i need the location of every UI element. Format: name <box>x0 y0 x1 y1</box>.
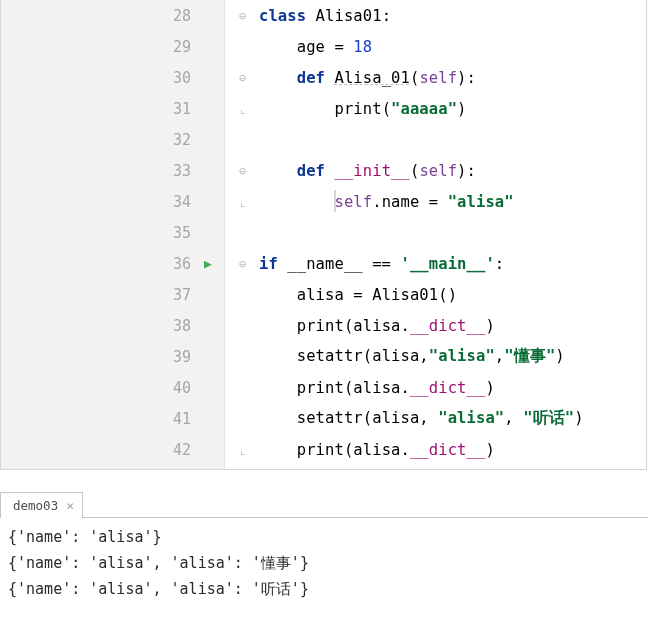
line-number: 28 <box>1 7 197 25</box>
code-text: alisa = Alisa01() <box>259 286 457 304</box>
code-text: if __name__ == '__main__': <box>259 255 504 273</box>
code-text: setattr(alisa,"alisa","懂事") <box>259 346 565 367</box>
console-output[interactable]: {'name': 'alisa'}{'name': 'alisa', 'alis… <box>0 518 648 602</box>
close-icon[interactable]: × <box>66 498 74 513</box>
code-text: print("aaaaa") <box>259 100 467 118</box>
line-number: 41 <box>1 410 197 428</box>
line-number: 42 <box>1 441 197 459</box>
code-line[interactable]: 35 <box>1 217 646 248</box>
code-line[interactable]: 42 print(alisa.__dict__) <box>1 434 646 465</box>
code-line[interactable]: 41 setattr(alisa, "alisa", "听话") <box>1 403 646 434</box>
code-line[interactable]: 29 age = 18 <box>1 31 646 62</box>
line-number: 31 <box>1 100 197 118</box>
code-line[interactable]: 39 setattr(alisa,"alisa","懂事") <box>1 341 646 372</box>
line-number: 35 <box>1 224 197 242</box>
code-editor[interactable]: ⊖⊖⌞⊖⌞⊖⌞ 28class Alisa01:29 age = 1830 de… <box>0 0 647 470</box>
line-number: 40 <box>1 379 197 397</box>
console-line: {'name': 'alisa', 'alisa': '懂事'} <box>8 550 640 576</box>
console-line: {'name': 'alisa'} <box>8 524 640 550</box>
line-number: 38 <box>1 317 197 335</box>
code-line[interactable]: 34 self.name = "alisa" <box>1 186 646 217</box>
code-text: setattr(alisa, "alisa", "听话") <box>259 408 584 429</box>
line-number: 30 <box>1 69 197 87</box>
code-line[interactable]: 40 print(alisa.__dict__) <box>1 372 646 403</box>
output-tab-label: demo03 <box>13 498 58 513</box>
code-line[interactable]: 36▶if __name__ == '__main__': <box>1 248 646 279</box>
code-text: age = 18 <box>259 38 372 56</box>
output-tab-bar: demo03 × <box>0 492 648 518</box>
run-icon[interactable]: ▶ <box>204 257 212 270</box>
line-number: 36 <box>1 255 197 273</box>
console-line: {'name': 'alisa', 'alisa': '听话'} <box>8 576 640 602</box>
code-text: def __init__(self): <box>259 162 476 180</box>
code-line[interactable]: 31 print("aaaaa") <box>1 93 646 124</box>
code-line[interactable]: 28class Alisa01: <box>1 0 646 31</box>
code-text: print(alisa.__dict__) <box>259 441 495 459</box>
code-text: class Alisa01: <box>259 7 391 25</box>
line-number: 29 <box>1 38 197 56</box>
output-tab[interactable]: demo03 × <box>0 492 83 518</box>
code-line[interactable]: 30 def Alisa_01(self): <box>1 62 646 93</box>
code-text: def Alisa_01(self): <box>259 69 476 87</box>
code-text: self.name = "alisa" <box>259 193 514 211</box>
line-number: 33 <box>1 162 197 180</box>
line-number: 32 <box>1 131 197 149</box>
line-number: 34 <box>1 193 197 211</box>
code-line[interactable]: 38 print(alisa.__dict__) <box>1 310 646 341</box>
code-line[interactable]: 32 <box>1 124 646 155</box>
code-text: print(alisa.__dict__) <box>259 379 495 397</box>
line-number: 39 <box>1 348 197 366</box>
code-line[interactable]: 37 alisa = Alisa01() <box>1 279 646 310</box>
code-text: print(alisa.__dict__) <box>259 317 495 335</box>
line-number: 37 <box>1 286 197 304</box>
code-line[interactable]: 33 def __init__(self): <box>1 155 646 186</box>
